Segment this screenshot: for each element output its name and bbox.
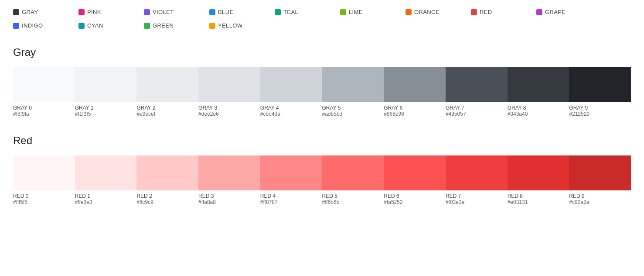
- swatch-hex: #ffe3e3: [75, 199, 137, 205]
- swatch-item[interactable]: GRAY 5#adb5bd: [322, 67, 384, 117]
- legend-label: LIME: [349, 9, 363, 15]
- swatch-box: [13, 155, 75, 190]
- swatch-box: [260, 67, 322, 102]
- legend-item-pink[interactable]: PINK: [78, 9, 144, 15]
- swatches-row: GRAY 0#f8f9faGRAY 1#f1f3f5GRAY 2#e9ecefG…: [13, 67, 631, 117]
- swatch-item[interactable]: GRAY 3#dee2e6: [198, 67, 260, 117]
- swatch-hex: #dee2e6: [198, 111, 260, 117]
- swatch-name: GRAY 2: [136, 105, 198, 111]
- swatch-box: [508, 67, 569, 102]
- swatch-item[interactable]: GRAY 6#868e96: [384, 67, 446, 117]
- legend-item-red[interactable]: RED: [471, 9, 536, 15]
- legend-item-lime[interactable]: LIME: [340, 9, 405, 15]
- swatch-hex: #e9ecef: [136, 111, 198, 117]
- swatch-box: [75, 155, 137, 190]
- swatch-box: [75, 67, 137, 102]
- legend-label: GRAY: [22, 9, 38, 15]
- swatch-box: [569, 67, 631, 102]
- swatch-name: GRAY 0: [13, 105, 75, 111]
- swatch-item[interactable]: GRAY 8#343a40: [508, 67, 569, 117]
- swatch-name: RED 7: [446, 193, 508, 199]
- swatch-name: RED 8: [508, 193, 569, 199]
- legend-dot: [144, 9, 150, 15]
- swatch-item[interactable]: RED 3#ffa8a8: [198, 155, 260, 205]
- swatch-hex: #fff5f5: [13, 199, 75, 205]
- swatch-name: RED 1: [75, 193, 137, 199]
- swatch-name: RED 5: [322, 193, 384, 199]
- swatch-name: GRAY 6: [384, 105, 446, 111]
- legend-label: RED: [480, 9, 492, 15]
- swatch-name: RED 6: [384, 193, 446, 199]
- swatch-hex: #f8f9fa: [13, 111, 75, 117]
- swatch-name: GRAY 5: [322, 105, 384, 111]
- legend-dot: [13, 9, 19, 15]
- legend-item-green[interactable]: GREEN: [144, 22, 209, 29]
- swatch-name: GRAY 4: [260, 105, 322, 111]
- swatch-hex: #868e96: [384, 111, 446, 117]
- swatch-item[interactable]: GRAY 1#f1f3f5: [75, 67, 137, 117]
- swatch-item[interactable]: RED 1#ffe3e3: [75, 155, 137, 205]
- swatch-item[interactable]: RED 7#f03e3e: [446, 155, 508, 205]
- swatches-row: RED 0#fff5f5RED 1#ffe3e3RED 2#ffc9c9RED …: [13, 155, 631, 205]
- swatch-box: [136, 67, 198, 102]
- swatch-box: [322, 67, 384, 102]
- legend-dot: [144, 23, 150, 29]
- color-legend: GRAY PINK VIOLET BLUE TEAL LIME ORANGE R…: [13, 9, 631, 33]
- swatch-name: GRAY 3: [198, 105, 260, 111]
- legend-dot: [471, 9, 477, 15]
- legend-item-yellow[interactable]: YELLOW: [209, 22, 275, 29]
- swatch-box: [384, 67, 446, 102]
- swatch-hex: #ffc9c9: [136, 199, 198, 205]
- legend-item-grape[interactable]: GRAPE: [536, 9, 602, 15]
- swatch-name: GRAY 9: [569, 105, 631, 111]
- legend-dot: [78, 23, 85, 29]
- swatch-item[interactable]: GRAY 4#ced4da: [260, 67, 322, 117]
- legend-dot: [13, 23, 19, 29]
- swatch-box: [569, 155, 631, 190]
- swatch-box: [446, 155, 508, 190]
- legend-item-violet[interactable]: VIOLET: [144, 9, 209, 15]
- swatch-item[interactable]: RED 0#fff5f5: [13, 155, 75, 205]
- swatch-item[interactable]: RED 4#ff8787: [260, 155, 322, 205]
- legend-label: YELLOW: [218, 22, 243, 29]
- section-gray: GrayGRAY 0#f8f9faGRAY 1#f1f3f5GRAY 2#e9e…: [13, 46, 631, 117]
- swatch-box: [136, 155, 198, 190]
- legend-label: PINK: [87, 9, 101, 15]
- swatch-item[interactable]: RED 5#ff6b6b: [322, 155, 384, 205]
- legend-item-cyan[interactable]: CYAN: [78, 22, 144, 29]
- swatch-name: RED 3: [198, 193, 260, 199]
- swatch-item[interactable]: RED 6#fa5252: [384, 155, 446, 205]
- legend-item-orange[interactable]: ORANGE: [405, 9, 471, 15]
- swatch-item[interactable]: RED 2#ffc9c9: [136, 155, 198, 205]
- legend-label: BLUE: [218, 9, 234, 15]
- legend-dot: [405, 9, 412, 15]
- swatch-item[interactable]: RED 8#e03131: [508, 155, 569, 205]
- swatch-item[interactable]: GRAY 0#f8f9fa: [13, 67, 75, 117]
- legend-item-teal[interactable]: TEAL: [275, 9, 340, 15]
- swatch-box: [508, 155, 569, 190]
- swatch-hex: #ff6b6b: [322, 199, 384, 205]
- swatch-item[interactable]: GRAY 7#495057: [446, 67, 508, 117]
- swatch-item[interactable]: RED 9#c92a2a: [569, 155, 631, 205]
- legend-label: CYAN: [87, 22, 103, 29]
- legend-label: ORANGE: [414, 9, 440, 15]
- legend-dot: [78, 9, 85, 15]
- swatch-hex: #212529: [569, 111, 631, 117]
- legend-label: INDIGO: [22, 22, 43, 29]
- legend-item-blue[interactable]: BLUE: [209, 9, 275, 15]
- swatch-hex: #495057: [446, 111, 508, 117]
- swatch-box: [198, 155, 260, 190]
- swatch-box: [446, 67, 508, 102]
- legend-label: TEAL: [283, 9, 298, 15]
- swatch-hex: #ced4da: [260, 111, 322, 117]
- swatch-box: [198, 67, 260, 102]
- legend-item-gray[interactable]: GRAY: [13, 9, 78, 15]
- swatch-box: [13, 67, 75, 102]
- legend-item-indigo[interactable]: INDIGO: [13, 22, 78, 29]
- swatch-item[interactable]: GRAY 2#e9ecef: [136, 67, 198, 117]
- swatch-hex: #adb5bd: [322, 111, 384, 117]
- legend-dot: [536, 9, 542, 15]
- swatch-name: RED 0: [13, 193, 75, 199]
- swatch-item[interactable]: GRAY 9#212529: [569, 67, 631, 117]
- swatch-hex: #e03131: [508, 199, 569, 205]
